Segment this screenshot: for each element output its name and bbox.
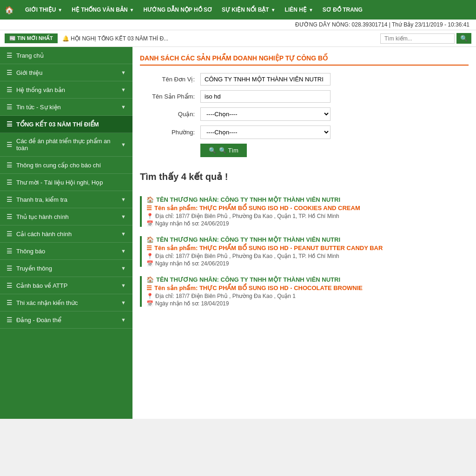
form-row-quan: Quận: ----Chọn---- (140, 107, 469, 121)
label-sanpham: Tên Sản Phẩm: (140, 93, 200, 100)
page-title: DANH SÁCH CÁC SẢN PHẨM DOANH NGHIỆP TỰ C… (140, 54, 469, 66)
sidebar-item-dang[interactable]: ☰ Đảng - Đoàn thể ▼ (0, 311, 132, 329)
list-icon: ☰ (7, 247, 13, 255)
calendar-icon: 📅 (146, 300, 153, 307)
sidebar-item-thongtin[interactable]: ☰ Thông tin cung cấp cho báo chí (0, 157, 132, 174)
sidebar-item-thutuc[interactable]: ☰ Thủ tục hành chính ▼ (0, 208, 132, 225)
list-icon: ☰ (146, 205, 152, 212)
home-icon: 🏠 (146, 196, 154, 203)
sidebar-item-thongbao[interactable]: ☰ Thông báo ▼ (0, 243, 132, 260)
result-address-2: 📍 Địa chỉ: 187/7 Điện Biên Phủ , Phường … (146, 253, 469, 259)
sidebar-item-canhbao[interactable]: ☰ Cảnh báo về ATTP ▼ (0, 277, 132, 294)
chevron-down-icon: ▼ (121, 300, 126, 305)
list-icon: ☰ (7, 69, 13, 76)
result-product-2[interactable]: ☰ Tên sản phẩm: THỰC PHẨM BỔ SUNG ISO HD… (146, 245, 469, 251)
home-icon: 🏠 (146, 236, 154, 243)
chevron-down-icon: ▼ (121, 142, 126, 147)
news-bar: 📰 TIN MỚI NHẤT 🔔 HỘI NGHỊ TỔNG KẾT 03 NĂ… (0, 30, 476, 47)
form-row-sanpham: Tên Sản Phẩm: (140, 90, 469, 103)
top-navigation: 🏠 GIỚI THIỆU ▼ HỆ THỐNG VĂN BẢN ▼ HƯỚNG … (0, 0, 476, 20)
list-icon: ☰ (7, 213, 13, 220)
chevron-down-icon: ▼ (121, 283, 126, 288)
input-donvi[interactable] (200, 73, 331, 86)
result-address-1: 📍 Địa chỉ: 187/7 Điện Biên Phủ , Phường … (146, 213, 469, 219)
results-summary: Tìm thấy 4 kết quả ! (140, 166, 469, 187)
sidebar-item-hethongvanban[interactable]: ☰ Hệ thống văn bản ▼ (0, 81, 132, 99)
select-phuong[interactable]: ----Chọn---- (200, 126, 331, 139)
list-icon: ☰ (7, 103, 13, 111)
select-quan[interactable]: ----Chọn---- (200, 107, 331, 121)
list-icon: ☰ (7, 161, 13, 169)
result-address-3: 📍 Địa chỉ: 187/7 Điện Biên Phủ , Phường … (146, 293, 469, 299)
list-icon: ☰ (7, 86, 13, 93)
result-item-1: 🏠 TÊN THƯƠNG NHÂN: CÔNG TY TNHH MỘT THÀN… (140, 196, 469, 227)
result-date-1: 📅 Ngày nhận hồ sơ: 24/06/2019 (146, 220, 469, 227)
sidebar-item-thumoi[interactable]: ☰ Thư mời - Tài liệu Hội nghi, Họp (0, 174, 132, 191)
list-icon: ☰ (7, 196, 13, 203)
chevron-down-icon: ▼ (271, 7, 276, 13)
calendar-icon: 📅 (146, 220, 153, 227)
home-icon[interactable]: 🏠 (5, 6, 14, 14)
sidebar-item-truyenthong[interactable]: ☰ Truyền thông ▼ (0, 260, 132, 277)
result-company-1: 🏠 TÊN THƯƠNG NHÂN: CÔNG TY TNHH MỘT THÀN… (146, 196, 469, 203)
main-content: DANH SÁCH CÁC SẢN PHẨM DOANH NGHIỆP TỰ C… (132, 47, 476, 419)
search-input[interactable] (380, 33, 455, 44)
sidebar-item-dean[interactable]: ☰ Các đề án phát triển thực phẩm an toàn… (0, 133, 132, 157)
result-company-2: 🏠 TÊN THƯƠNG NHÂN: CÔNG TY TNHH MỘT THÀN… (146, 236, 469, 243)
result-company-3: 🏠 TÊN THƯƠNG NHÂN: CÔNG TY TNHH MỘT THÀN… (146, 276, 469, 283)
pin-icon: 📍 (146, 253, 153, 259)
chevron-down-icon: ▼ (121, 248, 126, 254)
list-icon: ☰ (146, 245, 152, 251)
home-icon: 🏠 (146, 276, 154, 283)
chevron-down-icon: ▼ (121, 265, 126, 271)
sidebar-item-caicach[interactable]: ☰ Cải cách hành chính ▼ (0, 225, 132, 243)
search-form: Tên Đơn Vị: Tên Sản Phẩm: Quận: ----Chọn… (140, 73, 469, 157)
nav-item-sodotrang[interactable]: SƠ ĐỒ TRANG (319, 7, 366, 13)
label-donvi: Tên Đơn Vị: (140, 76, 200, 83)
chevron-down-icon: ▼ (58, 7, 62, 13)
nav-item-sukien[interactable]: SỰ KIỆN NỔI BẬT ▼ (218, 7, 279, 13)
nav-item-hethong[interactable]: HỆ THỐNG VĂN BẢN ▼ (68, 7, 138, 13)
chevron-down-icon: ▼ (121, 87, 126, 93)
label-quan: Quận: (140, 111, 200, 118)
list-icon: ☰ (7, 52, 13, 59)
pin-icon: 📍 (146, 293, 153, 299)
pin-icon: 📍 (146, 213, 153, 219)
search-button[interactable]: 🔍 (456, 33, 471, 44)
nav-item-lienhe[interactable]: LIÊN HỆ ▼ (281, 7, 317, 13)
input-sanpham[interactable] (200, 90, 331, 103)
list-icon: ☰ (7, 316, 13, 324)
result-item-2: 🏠 TÊN THƯƠNG NHÂN: CÔNG TY TNHH MỘT THÀN… (140, 236, 469, 267)
list-icon: ☰ (7, 120, 13, 128)
search-main-button[interactable]: 🔍 🔍 Tìm (200, 144, 247, 157)
result-product-3[interactable]: ☰ Tên sản phẩm: THỰC PHẨM BỔ SUNG ISO HD… (146, 284, 469, 291)
sidebar-item-tintuc[interactable]: ☰ Tin tức - Sự kiện ▼ (0, 99, 132, 116)
sidebar-item-gioithieu[interactable]: ☰ Giới thiệu ▼ (0, 64, 132, 81)
main-layout: ☰ Trang chủ ☰ Giới thiệu ▼ ☰ Hệ thống vă… (0, 47, 476, 419)
list-icon: ☰ (146, 284, 152, 291)
result-product-1[interactable]: ☰ Tên sản phẩm: THỰC PHẨM BỔ SUNG ISO HD… (146, 205, 469, 212)
search-icon: 🔍 (209, 147, 216, 154)
nav-item-gioithieu[interactable]: GIỚI THIỆU ▼ (21, 7, 66, 13)
result-item-3: 🏠 TÊN THƯƠNG NHÂN: CÔNG TY TNHH MỘT THÀN… (140, 276, 469, 307)
list-icon: ☰ (7, 178, 13, 186)
sidebar-item-thanhtra[interactable]: ☰ Thanh tra, kiểm tra ▼ (0, 191, 132, 208)
chevron-down-icon: ▼ (121, 214, 126, 219)
form-row-phuong: Phường: ----Chọn---- (140, 126, 469, 139)
list-icon: ☰ (7, 264, 13, 272)
chevron-down-icon: ▼ (121, 104, 126, 110)
chevron-down-icon: ▼ (121, 317, 126, 323)
chevron-down-icon: ▼ (130, 7, 134, 13)
sidebar-item-trangchu[interactable]: ☰ Trang chủ (0, 47, 132, 64)
calendar-icon: 📅 (146, 260, 153, 267)
nav-item-huongdan[interactable]: HƯỚNG DẪN NỘP HỒ SƠ (140, 7, 216, 13)
sidebar-item-tongket[interactable]: ☰ TỔNG KẾT 03 NĂM THÍ ĐIỂM (0, 116, 132, 133)
sidebar-item-thixacnhan[interactable]: ☰ Thi xác nhận kiến thức ▼ (0, 294, 132, 311)
list-icon: ☰ (7, 141, 13, 148)
news-label: 📰 TIN MỚI NHẤT (5, 33, 58, 43)
sidebar: ☰ Trang chủ ☰ Giới thiệu ▼ ☰ Hệ thống vă… (0, 47, 132, 419)
chevron-down-icon: ▼ (121, 231, 126, 237)
chevron-down-icon: ▼ (121, 70, 126, 75)
list-icon: ☰ (7, 282, 13, 289)
hotline-text: ĐƯỜNG DÂY NÓNG: 028.39301714 | Thứ Bảy 2… (295, 21, 469, 28)
